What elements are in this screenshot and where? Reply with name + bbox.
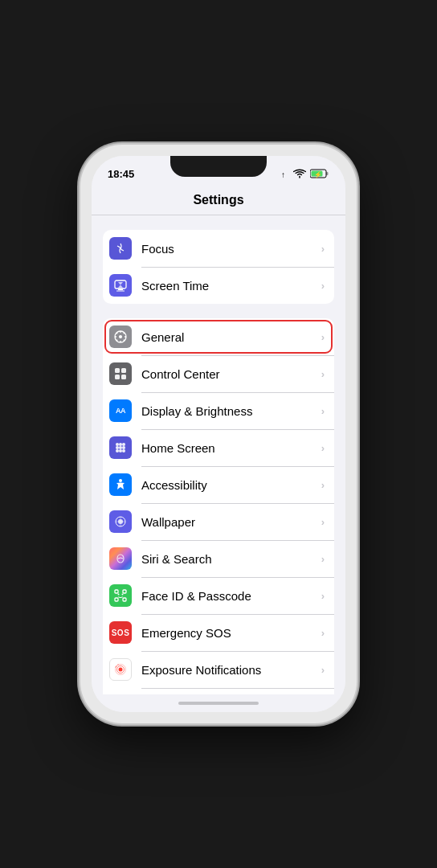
svg-point-17 bbox=[119, 446, 122, 449]
svg-point-16 bbox=[116, 446, 119, 449]
settings-item-display[interactable]: AA Display & Brightness › bbox=[103, 392, 334, 429]
settings-item-exposure[interactable]: Exposure Notifications › bbox=[103, 651, 334, 688]
general-icon bbox=[109, 326, 132, 348]
siri-label: Siri & Search bbox=[141, 552, 318, 566]
screen-time-label: Screen Time bbox=[141, 279, 318, 293]
status-time: 18:45 bbox=[108, 168, 134, 180]
nav-bar: Settings bbox=[92, 185, 345, 215]
emergency-sos-chevron: › bbox=[321, 627, 325, 639]
accessibility-icon bbox=[109, 473, 132, 496]
settings-group-2: General › Control bbox=[92, 318, 345, 694]
svg-rect-12 bbox=[121, 375, 126, 379]
general-chevron: › bbox=[321, 331, 325, 343]
settings-item-control-center[interactable]: Control Center › bbox=[103, 355, 334, 392]
siri-icon bbox=[109, 547, 132, 570]
svg-point-14 bbox=[119, 443, 122, 446]
svg-rect-28 bbox=[115, 598, 118, 601]
accessibility-label: Accessibility bbox=[141, 478, 318, 492]
svg-point-22 bbox=[119, 479, 122, 482]
nav-title: Settings bbox=[193, 193, 243, 207]
svg-rect-29 bbox=[123, 598, 126, 601]
settings-item-wallpaper[interactable]: Wallpaper › bbox=[103, 503, 334, 540]
svg-point-30 bbox=[118, 594, 120, 596]
svg-point-8 bbox=[119, 335, 122, 338]
control-center-label: Control Center bbox=[141, 367, 318, 381]
settings-item-battery[interactable]: Battery › bbox=[103, 688, 334, 694]
exposure-icon bbox=[109, 658, 132, 681]
settings-item-focus[interactable]: Focus › bbox=[103, 230, 334, 267]
svg-point-18 bbox=[122, 446, 125, 449]
display-icon: AA bbox=[109, 399, 132, 422]
settings-item-siri[interactable]: Siri & Search › bbox=[103, 540, 334, 577]
settings-list-1: Focus › bbox=[103, 230, 334, 304]
home-bar bbox=[178, 702, 259, 705]
settings-group-1: Focus › bbox=[92, 215, 345, 304]
svg-rect-2 bbox=[326, 172, 329, 175]
exposure-label: Exposure Notifications bbox=[141, 663, 318, 677]
home-screen-icon bbox=[109, 436, 132, 459]
display-label: Display & Brightness bbox=[141, 404, 318, 418]
svg-point-19 bbox=[116, 449, 119, 452]
wifi-icon bbox=[293, 169, 306, 178]
settings-item-general[interactable]: General › bbox=[103, 318, 334, 355]
svg-rect-27 bbox=[123, 590, 126, 593]
svg-point-20 bbox=[119, 449, 122, 452]
status-icons: ↑ ⚡ bbox=[281, 169, 329, 179]
home-indicator bbox=[92, 694, 345, 712]
exposure-chevron: › bbox=[321, 664, 325, 676]
screen-time-chevron: › bbox=[321, 280, 325, 292]
focus-label: Focus bbox=[141, 242, 318, 256]
settings-item-emergency-sos[interactable]: SOS Emergency SOS › bbox=[103, 614, 334, 651]
accessibility-chevron: › bbox=[321, 479, 325, 491]
wallpaper-chevron: › bbox=[321, 516, 325, 528]
control-center-chevron: › bbox=[321, 368, 325, 380]
face-id-chevron: › bbox=[321, 590, 325, 602]
settings-item-face-id[interactable]: Face ID & Passcode › bbox=[103, 577, 334, 614]
emergency-sos-label: Emergency SOS bbox=[141, 626, 318, 640]
home-screen-label: Home Screen bbox=[141, 441, 318, 455]
settings-item-home-screen[interactable]: Home Screen › bbox=[103, 429, 334, 466]
battery-icon: ⚡ bbox=[310, 169, 329, 178]
settings-item-accessibility[interactable]: Accessibility › bbox=[103, 466, 334, 503]
settings-item-screen-time[interactable]: Screen Time › bbox=[103, 267, 334, 304]
svg-point-31 bbox=[122, 594, 124, 596]
face-id-label: Face ID & Passcode bbox=[141, 589, 318, 603]
focus-chevron: › bbox=[321, 243, 325, 255]
svg-text:⚡: ⚡ bbox=[314, 170, 322, 178]
svg-rect-11 bbox=[115, 375, 120, 379]
svg-point-13 bbox=[116, 443, 119, 446]
svg-rect-26 bbox=[115, 590, 118, 593]
svg-text:↑: ↑ bbox=[281, 170, 285, 179]
phone-frame: 18:45 ↑ ⚡ bbox=[80, 145, 357, 723]
home-screen-chevron: › bbox=[321, 442, 325, 454]
svg-point-21 bbox=[122, 449, 125, 452]
phone-screen: 18:45 ↑ ⚡ bbox=[92, 156, 345, 712]
emergency-sos-icon: SOS bbox=[109, 621, 132, 644]
svg-rect-10 bbox=[121, 368, 126, 373]
svg-point-15 bbox=[122, 443, 125, 446]
settings-list-2: General › Control bbox=[103, 318, 334, 694]
face-id-icon bbox=[109, 584, 132, 607]
focus-icon bbox=[109, 237, 132, 260]
svg-rect-9 bbox=[115, 368, 120, 373]
wallpaper-label: Wallpaper bbox=[141, 515, 318, 529]
svg-point-32 bbox=[119, 668, 123, 672]
content-area[interactable]: Focus › bbox=[92, 215, 345, 694]
screen-time-icon bbox=[109, 274, 132, 297]
cellular-icon: ↑ bbox=[281, 169, 289, 179]
siri-chevron: › bbox=[321, 553, 325, 565]
wallpaper-icon bbox=[109, 510, 132, 533]
control-center-icon bbox=[109, 362, 132, 385]
notch bbox=[170, 156, 267, 177]
svg-rect-6 bbox=[118, 289, 123, 290]
display-chevron: › bbox=[321, 405, 325, 417]
general-label: General bbox=[141, 330, 318, 344]
